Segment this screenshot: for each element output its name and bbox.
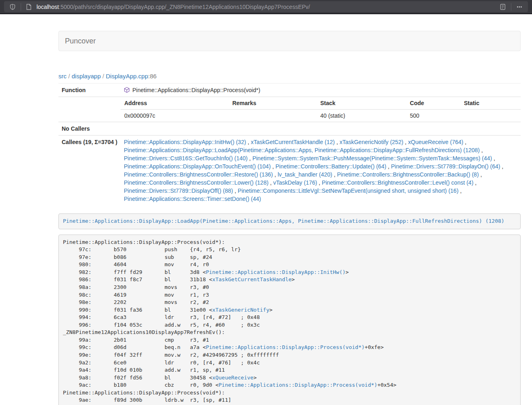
function-row-label: Function xyxy=(58,84,121,97)
callee-link[interactable]: Pinetime::Components::LittleVgl::SetNewT… xyxy=(238,187,459,194)
function-name: Pinetime::Applications::DisplayApp::Proc… xyxy=(132,87,260,93)
callee-link[interactable]: Pinetime::Applications::DisplayApp::OnTo… xyxy=(124,163,271,170)
no-callers-row: No Callers xyxy=(58,122,521,136)
callee-link[interactable]: xQueueReceive (764) xyxy=(408,139,463,145)
assembly-symbol-link[interactable]: Pinetime::Applications::DisplayApp::Proc… xyxy=(206,344,364,350)
app-navbar: Puncover xyxy=(58,31,521,51)
callee-link[interactable]: Pinetime::Drivers::St7789::DisplayOn() (… xyxy=(391,163,500,170)
tracking-protection-shield-icon[interactable] xyxy=(8,4,17,10)
stats-table: Address Remarks Stack Code Static 0x0000… xyxy=(121,97,521,122)
function-table: Function Pinetime::Applications::Display… xyxy=(58,84,521,205)
function-name-cell: Pinetime::Applications::DisplayApp::Proc… xyxy=(121,84,521,97)
reader-mode-icon[interactable] xyxy=(498,4,508,10)
breadcrumb: src / displayapp / DisplayApp.cpp:86 xyxy=(58,72,521,80)
column-header-static: Static xyxy=(460,97,521,110)
breadcrumb-link-file[interactable]: DisplayApp.cpp xyxy=(106,73,148,80)
column-header-code: Code xyxy=(406,97,460,110)
assembly-symbol-link[interactable]: xTaskGenericNotify xyxy=(212,307,269,313)
url-host: localhost xyxy=(37,4,59,10)
callees-list: Pinetime::Applications::DisplayApp::Init… xyxy=(121,136,521,206)
no-callers-label: No Callers xyxy=(58,122,121,136)
stats-row: Address Remarks Stack Code Static 0x0000… xyxy=(58,97,521,122)
highlighted-callee-link[interactable]: Pinetime::Applications::DisplayApp::Load… xyxy=(63,218,504,224)
breadcrumb-separator: / xyxy=(67,73,72,80)
callee-link[interactable]: xTaskGenericNotify (252) xyxy=(340,139,403,145)
assembly-symbol-link[interactable]: xTaskGetCurrentTaskHandle xyxy=(212,276,292,282)
callee-link[interactable]: Pinetime::Controllers::BrightnessControl… xyxy=(337,171,478,178)
stats-data-row: 0x0000097c 40 (static) 500 xyxy=(121,110,521,122)
app-brand[interactable]: Puncover xyxy=(59,31,102,51)
breadcrumb-separator: / xyxy=(101,73,106,80)
remarks-value xyxy=(228,110,317,122)
browser-toolbar: localhost:5000/path/src/displayapp/Displ… xyxy=(0,0,532,14)
address-bar[interactable]: localhost:5000/path/src/displayapp/Displ… xyxy=(4,1,528,12)
assembly-symbol-link[interactable]: Pinetime::Applications::DisplayApp::Proc… xyxy=(219,382,377,388)
stats-header-row: Address Remarks Stack Code Static xyxy=(121,97,521,110)
url-path: :5000/path/src/displayapp/DisplayApp.cpp… xyxy=(59,4,310,10)
address-value: 0x0000097c xyxy=(121,110,228,122)
callee-link[interactable]: Pinetime::Controllers::BrightnessControl… xyxy=(124,171,273,178)
callee-link[interactable]: vTaskDelay (176) xyxy=(273,179,317,186)
stats-row-label xyxy=(58,97,121,122)
callees-label: Callees (19, Σ=3704 ) xyxy=(58,136,121,206)
stats-cell: Address Remarks Stack Code Static 0x0000… xyxy=(121,97,521,122)
static-value xyxy=(460,110,521,122)
column-header-stack: Stack xyxy=(317,97,406,110)
callee-link[interactable]: Pinetime::System::SystemTask::PushMessag… xyxy=(252,155,492,162)
callee-link[interactable]: Pinetime::Drivers::Cst816S::GetTouchInfo… xyxy=(124,155,248,162)
callee-link[interactable]: lv_task_handler (420) xyxy=(278,171,332,178)
assembly-symbol-link[interactable]: xQueueReceive xyxy=(212,375,254,381)
code-value: 500 xyxy=(406,110,460,122)
highlighted-callee-box: Pinetime::Applications::DisplayApp::Load… xyxy=(58,213,521,229)
callee-link[interactable]: Pinetime::Applications::Screens::Timer::… xyxy=(124,196,261,202)
callee-link[interactable]: Pinetime::Controllers::BrightnessControl… xyxy=(322,179,473,186)
assembly-symbol-link[interactable]: Pinetime::Applications::DisplayApp::Init… xyxy=(206,269,345,275)
disassembly-listing: Pinetime::Applications::DisplayApp::Proc… xyxy=(58,235,521,405)
column-header-remarks: Remarks xyxy=(228,97,317,110)
breadcrumb-line-number: :86 xyxy=(148,73,157,80)
urlbar-divider xyxy=(21,3,21,11)
url-text: localhost:5000/path/src/displayapp/Displ… xyxy=(37,4,495,10)
callee-link[interactable]: xTaskGetCurrentTaskHandle (12) xyxy=(251,139,335,145)
callee-link[interactable]: Pinetime::Controllers::Battery::Update()… xyxy=(276,163,386,170)
callees-row: Callees (19, Σ=3704 ) Pinetime::Applicat… xyxy=(58,136,521,206)
page-actions-menu-icon[interactable] xyxy=(515,4,524,10)
breadcrumb-link-src[interactable]: src xyxy=(58,73,67,80)
breadcrumb-link-displayapp[interactable]: displayapp xyxy=(72,73,101,80)
urlbar-divider xyxy=(511,3,511,11)
function-cube-icon xyxy=(124,87,130,93)
stack-value: 40 (static) xyxy=(317,110,406,122)
column-header-address: Address xyxy=(121,97,228,110)
callee-link[interactable]: Pinetime::Applications::DisplayApp::Init… xyxy=(124,139,246,145)
callee-link[interactable]: Pinetime::Drivers::St7789::DisplayOff() … xyxy=(124,187,233,194)
no-callers-cell xyxy=(121,122,521,136)
callee-link[interactable]: Pinetime::Controllers::BrightnessControl… xyxy=(124,179,268,186)
page-container: Puncover src / displayapp / DisplayApp.c… xyxy=(58,31,521,405)
function-row: Function Pinetime::Applications::Display… xyxy=(58,84,521,97)
page-info-icon[interactable] xyxy=(24,4,33,10)
callee-link[interactable]: Pinetime::Applications::DisplayApp::Load… xyxy=(124,147,480,153)
